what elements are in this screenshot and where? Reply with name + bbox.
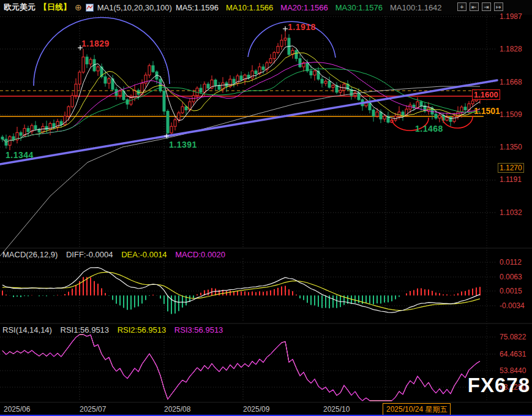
candle-body: [27, 129, 29, 132]
candle-body: [207, 84, 209, 88]
candle-body: [416, 102, 419, 108]
candle-body: [262, 67, 264, 70]
macd-axis-label: 0.0063: [500, 273, 522, 281]
candle-body: [20, 132, 22, 135]
candle-body: [1, 137, 4, 139]
macd-axis-label: -0.0034: [500, 301, 525, 310]
macd-axis-label: 0.0015: [500, 287, 522, 295]
candle-body: [104, 77, 107, 83]
candle-body: [460, 107, 463, 112]
time-axis-label: 2025/07: [80, 405, 106, 414]
candle-body: [332, 85, 334, 87]
price-level-annotation: 1.1468: [415, 124, 443, 134]
candle-body: [435, 114, 437, 118]
candle-body: [280, 40, 283, 47]
candle-body: [49, 124, 51, 130]
candle-body: [240, 76, 242, 80]
candle-body: [12, 137, 15, 140]
price-axis-label: 1.1509: [500, 110, 522, 119]
candle-body: [398, 112, 400, 116]
candle-body: [233, 79, 235, 83]
candle-body: [313, 71, 316, 75]
candle-body: [181, 107, 184, 113]
price-axis-label: 1.1270: [498, 163, 524, 173]
candle-body: [200, 88, 202, 93]
candle-body: [343, 84, 345, 90]
candle-body: [170, 126, 173, 133]
rsi-header: RSI(14,14,14) RSI1:56.9513 RSI2:56.9513 …: [2, 325, 229, 335]
candle-body: [60, 121, 62, 124]
rsi-params: RSI(14,14,14): [2, 325, 52, 335]
candle-body: [339, 90, 342, 92]
time-axis: 2025/10/24 星期五 2025/062025/072025/082025…: [0, 402, 532, 415]
candle-body: [78, 72, 81, 84]
price-level-annotation: 1.1829: [81, 39, 110, 48]
candle-body: [203, 84, 206, 92]
candle-body: [174, 120, 176, 127]
fx678-watermark: FX678: [468, 374, 530, 397]
candle-body: [214, 80, 217, 86]
candle-body: [369, 103, 371, 110]
rsi1-value: RSI1:56.9513: [61, 325, 110, 335]
price-level-annotation: 1.1918: [288, 22, 316, 32]
candle-body: [324, 81, 327, 83]
rsi2-value: RSI2:56.9513: [118, 325, 167, 335]
candle-body: [299, 59, 301, 67]
chart-canvas[interactable]: [0, 0, 532, 416]
macd-diff-value: DIFF:-0.0004: [66, 250, 113, 259]
price-level-annotation: 1.1391: [169, 140, 197, 149]
candle-body: [178, 113, 180, 119]
candle-body: [383, 116, 386, 119]
rsi3-value: RSI3:56.9513: [174, 325, 223, 335]
candle-body: [71, 96, 73, 107]
price-axis-label: 1.1191: [500, 175, 522, 184]
candle-body: [97, 67, 99, 71]
resistance-price-tag: 1.1600: [472, 89, 500, 100]
rsi3-line: [2, 335, 480, 401]
support-price-tag: 1.1501: [474, 106, 500, 116]
candle-body: [269, 59, 272, 63]
candle-body: [34, 126, 37, 129]
price-axis-label: 1.1032: [500, 208, 522, 217]
candle-body: [402, 112, 404, 115]
macd-params: MACD(26,12,9): [2, 250, 58, 259]
rsi-axis-label: 64.4631: [500, 350, 526, 358]
price-level-annotation: 1.1344: [6, 150, 34, 160]
candle-body: [67, 107, 70, 116]
candle-body: [471, 101, 474, 104]
price-axis-label: 1.1668: [500, 78, 522, 86]
candle-body: [438, 115, 441, 118]
chart-application: 欧元美元 【日线】 ⊕ MA1(5,10,20,30,100) MA5:1.15…: [0, 0, 532, 416]
candle-body: [163, 91, 165, 112]
candle-body: [453, 116, 455, 122]
time-axis-label: 2025/09: [243, 405, 269, 414]
candle-body: [273, 53, 275, 59]
ma5-line: [2, 46, 480, 142]
candle-body: [277, 47, 279, 53]
price-axis-label: 1.1828: [500, 45, 522, 53]
candle-body: [255, 71, 257, 74]
candle-body: [119, 91, 121, 96]
macd-header: MACD(26,12,9) DIFF:-0.0004 DEA:-0.0014 M…: [2, 250, 231, 259]
price-axis-label: 1.1987: [500, 12, 522, 21]
candle-body: [218, 85, 220, 89]
candle-body: [86, 57, 88, 64]
time-axis-label: 2025/06: [4, 405, 30, 414]
candle-body: [380, 112, 382, 119]
candle-body: [82, 57, 84, 72]
macd-macd-value: MACD:0.0020: [175, 250, 225, 259]
candle-body: [295, 50, 298, 58]
candle-body: [152, 66, 154, 72]
candle-body: [372, 110, 375, 116]
macd-axis-label: 0.0112: [500, 258, 522, 267]
candle-body: [108, 79, 110, 83]
ma10-line: [2, 53, 480, 142]
candle-body: [75, 84, 77, 96]
time-axis-label: 2025/08: [164, 405, 190, 414]
candle-body: [284, 38, 287, 40]
candle-body: [321, 79, 323, 83]
candle-body: [376, 112, 378, 116]
candle-body: [464, 107, 466, 110]
candle-body: [45, 126, 48, 129]
candle-body: [89, 59, 92, 64]
